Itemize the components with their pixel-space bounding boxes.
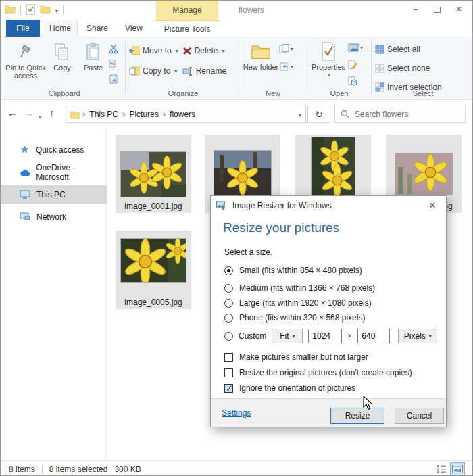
delete-button[interactable]: Delete xyxy=(182,43,226,58)
group-label: Organize xyxy=(129,89,237,97)
checkbox-icon[interactable] xyxy=(224,353,233,362)
group-divider xyxy=(371,40,372,95)
radio-icon[interactable] xyxy=(224,266,233,275)
thumbnail-image xyxy=(395,153,452,194)
forward-icon[interactable] xyxy=(24,108,34,118)
open-icon[interactable] xyxy=(348,41,363,54)
checkbox-label[interactable]: Ignore the orientation of pictures xyxy=(239,383,355,393)
radio-icon[interactable] xyxy=(224,299,233,308)
radio-label[interactable]: Custom xyxy=(239,331,266,341)
copy-to-button[interactable]: Copy to xyxy=(129,64,178,78)
minimize-button[interactable] xyxy=(405,1,426,18)
paste-button[interactable]: Paste xyxy=(78,37,109,85)
maximize-button[interactable] xyxy=(426,1,448,18)
sidebar-item-quick-access[interactable]: Quick access xyxy=(1,141,107,159)
breadcrumb-flowers[interactable]: flowers xyxy=(168,110,197,119)
edit-icon[interactable] xyxy=(348,57,363,71)
settings-link[interactable]: Settings xyxy=(222,408,251,418)
paste-icon xyxy=(85,41,101,64)
search-input[interactable] xyxy=(355,110,449,119)
up-icon[interactable] xyxy=(49,108,55,118)
new-folder-button[interactable]: New folder xyxy=(243,37,279,73)
breadcrumb[interactable]: This PC Pictures flowers xyxy=(66,105,306,123)
width-input[interactable] xyxy=(308,329,342,343)
group-divider xyxy=(125,40,126,95)
radio-label[interactable]: Small (fits within 854 × 480 pixels) xyxy=(239,266,362,275)
new-item-icon[interactable] xyxy=(279,42,293,55)
paste-shortcut-icon[interactable] xyxy=(109,72,122,85)
fit-dropdown[interactable]: Fit xyxy=(272,329,303,343)
cancel-button[interactable]: Cancel xyxy=(395,408,444,424)
radio-icon[interactable] xyxy=(224,314,233,323)
checkbox-resize-originals[interactable]: Resize the original pictures (don't crea… xyxy=(224,368,412,377)
select-none-button[interactable]: Select none xyxy=(375,61,471,76)
cut-icon[interactable] xyxy=(109,42,122,55)
new-folder-icon[interactable] xyxy=(40,4,51,16)
tab-view[interactable]: View xyxy=(117,20,151,37)
file-tile[interactable]: image_0005.jpg xyxy=(116,231,191,309)
back-icon[interactable] xyxy=(7,108,18,118)
checkbox-label[interactable]: Resize the original pictures (don't crea… xyxy=(239,368,412,377)
radio-label[interactable]: Large (fits within 1920 × 1080 pixels) xyxy=(239,298,372,308)
radio-size-medium[interactable]: Medium (fits within 1366 × 768 pixels) xyxy=(224,283,375,293)
divider xyxy=(42,465,43,474)
tab-file[interactable]: File xyxy=(6,20,40,37)
star-icon xyxy=(20,145,30,155)
button-label: Copy xyxy=(53,64,71,72)
refresh-button[interactable] xyxy=(307,105,330,123)
checkbox-smaller-not-larger[interactable]: Make pictures smaller but not larger xyxy=(224,352,368,362)
chevron-right-icon xyxy=(122,109,125,119)
search-box[interactable] xyxy=(334,105,466,123)
radio-icon[interactable] xyxy=(224,332,233,341)
details-view-button[interactable] xyxy=(435,463,448,475)
radio-size-phone[interactable]: Phone (fits within 320 × 568 pixels) xyxy=(224,313,365,323)
radio-icon[interactable] xyxy=(224,284,233,293)
chevron-right-icon xyxy=(82,109,85,119)
thumbnail-view-button[interactable] xyxy=(451,463,464,475)
unit-dropdown[interactable]: Pixels xyxy=(398,329,437,343)
sidebar-item-label: Quick access xyxy=(36,145,84,155)
quick-access-toolbar xyxy=(5,4,64,16)
properties-button[interactable]: Properties xyxy=(309,37,348,88)
sidebar-item-network[interactable]: Network xyxy=(1,208,107,226)
easy-access-icon[interactable] xyxy=(279,60,293,73)
file-tile[interactable]: image_0001.jpg xyxy=(116,135,191,213)
height-input[interactable] xyxy=(357,329,390,343)
sidebar-item-onedrive[interactable]: OneDrive - Microsoft xyxy=(1,163,107,181)
address-dropdown-icon[interactable] xyxy=(298,110,301,119)
radio-size-large[interactable]: Large (fits within 1920 × 1080 pixels) xyxy=(224,298,372,308)
close-button[interactable] xyxy=(448,1,470,18)
tab-share[interactable]: Share xyxy=(80,20,114,37)
refresh-icon xyxy=(315,110,323,119)
selected-size: 300 KB xyxy=(114,465,141,474)
checkbox-icon[interactable] xyxy=(224,368,233,377)
select-all-button[interactable]: Select all xyxy=(375,42,471,57)
properties-icon[interactable] xyxy=(26,4,35,16)
recent-locations-icon[interactable] xyxy=(39,110,42,120)
radio-label[interactable]: Phone (fits within 320 × 568 pixels) xyxy=(239,313,365,323)
breadcrumb-pictures[interactable]: Pictures xyxy=(128,110,159,119)
move-to-button[interactable]: Move to xyxy=(129,43,178,58)
tab-home[interactable]: Home xyxy=(43,20,78,37)
copy-button[interactable]: Copy xyxy=(47,37,78,85)
radio-size-small[interactable]: Small (fits within 854 × 480 pixels) xyxy=(224,266,362,275)
radio-size-custom[interactable]: Custom Fit × Pixels xyxy=(224,329,437,343)
history-icon[interactable] xyxy=(348,74,363,88)
dialog-close-button[interactable] xyxy=(424,199,441,212)
folder-icon[interactable] xyxy=(5,4,16,16)
sidebar-item-this-pc[interactable]: This PC xyxy=(1,185,107,204)
copy-path-icon[interactable]: W... xyxy=(109,57,122,70)
breadcrumb-this-pc[interactable]: This PC xyxy=(88,110,120,119)
resize-button[interactable]: Resize xyxy=(330,408,384,424)
button-label: Pin to Quick access xyxy=(5,64,47,80)
checkbox-ignore-orientation[interactable]: Ignore the orientation of pictures xyxy=(224,383,355,393)
tab-picture-tools[interactable]: Picture Tools xyxy=(155,20,220,37)
customize-toolbar-icon[interactable] xyxy=(55,6,58,14)
checkbox-icon[interactable] xyxy=(224,384,233,393)
radio-label[interactable]: Medium (fits within 1366 × 768 pixels) xyxy=(239,283,375,293)
checkbox-label[interactable]: Make pictures smaller but not larger xyxy=(239,352,368,362)
pin-to-quick-access-button[interactable]: Pin to Quick access xyxy=(5,37,47,85)
title-bar: Manage flowers xyxy=(1,1,472,20)
manage-contextual-tab[interactable]: Manage xyxy=(156,1,218,20)
rename-button[interactable]: Rename xyxy=(182,64,226,78)
